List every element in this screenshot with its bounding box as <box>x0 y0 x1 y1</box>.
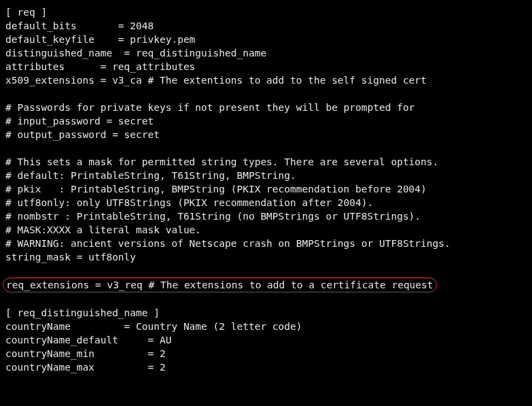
config-line <box>5 292 527 306</box>
config-line: # input_password = secret <box>5 114 527 128</box>
config-line: # Passwords for private keys if not pres… <box>5 101 527 114</box>
config-line: attributes = req_attributes <box>5 60 527 73</box>
config-line: countryName_min = 2 <box>5 347 527 360</box>
config-line: # pkix : PrintableString, BMPString (PKI… <box>5 182 527 196</box>
config-line <box>5 87 527 101</box>
config-line: countryName_default = AU <box>5 333 527 347</box>
config-line: string_mask = utf8only <box>5 250 527 264</box>
config-line: [ req ] <box>5 5 527 19</box>
config-line: # nombstr : PrintableString, T61String (… <box>5 209 527 223</box>
config-line: # WARNING: ancient versions of Netscape … <box>5 237 527 250</box>
config-file-text: [ req ]default_bits = 2048default_keyfil… <box>5 5 527 374</box>
config-line: x509_extensions = v3_ca # The extentions… <box>5 73 527 87</box>
config-line <box>5 141 527 155</box>
config-line: countryName_max = 2 <box>5 360 527 374</box>
config-line: distinguished_name = req_distinguished_n… <box>5 46 527 60</box>
config-line: # MASK:XXXX a literal mask value. <box>5 223 527 237</box>
config-line: default_keyfile = privkey.pem <box>5 33 527 46</box>
config-line: # default: PrintableString, T61String, B… <box>5 169 527 182</box>
config-line: # This sets a mask for permitted string … <box>5 155 527 169</box>
config-line: [ req_distinguished_name ] <box>5 306 527 320</box>
config-line: req_extensions = v3_req # The extensions… <box>5 277 527 292</box>
config-line <box>5 264 527 277</box>
highlighted-line: req_extensions = v3_req # The extensions… <box>3 277 437 292</box>
config-line: default_bits = 2048 <box>5 19 527 33</box>
config-line: countryName = Country Name (2 letter cod… <box>5 320 527 333</box>
config-line: # output_password = secret <box>5 128 527 141</box>
config-line: # utf8only: only UTF8Strings (PKIX recom… <box>5 196 527 209</box>
